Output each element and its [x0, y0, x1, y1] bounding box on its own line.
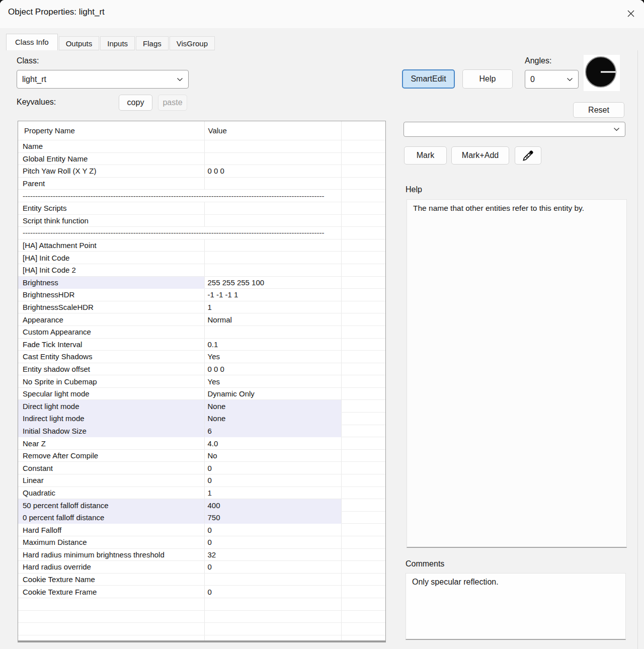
table-row[interactable]: Global Entity Name	[18, 152, 385, 165]
property-value[interactable]: 6	[204, 425, 341, 437]
table-row[interactable]	[18, 623, 385, 635]
table-row[interactable]: 50 percent falloff distance400	[18, 499, 385, 512]
property-name[interactable]: 50 percent falloff distance	[18, 499, 204, 512]
property-name[interactable]: Cookie Texture Name	[18, 573, 204, 586]
property-value[interactable]: 0	[204, 474, 341, 487]
property-name[interactable]: BrightnessScaleHDR	[18, 301, 204, 313]
tab-visgroup[interactable]: VisGroup	[170, 36, 215, 50]
table-row[interactable]: Cast Entity ShadowsYes	[18, 351, 385, 363]
mark-add-button[interactable]: Mark+Add	[451, 146, 509, 165]
property-name[interactable]: Initial Shadow Size	[18, 425, 204, 437]
property-value[interactable]	[204, 252, 341, 264]
property-name[interactable]: Direct light mode	[18, 400, 204, 413]
property-value[interactable]	[204, 239, 341, 252]
property-name[interactable]: Parent	[18, 177, 204, 190]
property-value[interactable]: 0	[204, 586, 341, 598]
tab-flags[interactable]: Flags	[136, 36, 169, 50]
property-value[interactable]: None	[204, 400, 341, 413]
property-value[interactable]: 0	[204, 462, 341, 474]
table-row[interactable]: Cookie Texture Name	[18, 573, 385, 586]
property-name[interactable]: Near Z	[18, 437, 204, 450]
property-value[interactable]: 0	[204, 561, 341, 574]
property-value[interactable]: 0 0 0	[204, 165, 341, 178]
property-value[interactable]: 32	[204, 548, 341, 561]
property-name[interactable]: Name	[18, 140, 204, 153]
property-name[interactable]: Indirect light mode	[18, 413, 204, 425]
table-row[interactable]: Hard radius minimum brightness threshold…	[18, 548, 385, 561]
table-row[interactable]: Hard Falloff0	[18, 524, 385, 536]
property-name[interactable]: [HA] Init Code 2	[18, 264, 204, 276]
eyedropper-button[interactable]	[515, 146, 541, 165]
property-value[interactable]: -1 -1 -1 1	[204, 289, 341, 301]
property-value[interactable]: None	[204, 413, 341, 425]
property-value[interactable]	[204, 214, 341, 227]
table-row[interactable]	[18, 635, 385, 642]
property-name[interactable]: Custom Appearance	[18, 326, 204, 338]
table-row[interactable]: Near Z4.0	[18, 437, 385, 450]
property-value[interactable]: Normal	[204, 313, 341, 326]
keyvalue-filter-combo[interactable]	[404, 122, 625, 137]
property-name[interactable]: Hard radius minimum brightness threshold	[18, 548, 204, 561]
property-name[interactable]: Hard Falloff	[18, 524, 204, 536]
property-value[interactable]	[204, 610, 341, 623]
table-row[interactable]: Remove After CompileNo	[18, 449, 385, 462]
class-combo[interactable]: light_rt	[17, 70, 189, 89]
property-name[interactable]: [HA] Init Code	[18, 252, 204, 264]
table-row[interactable]: Custom Appearance	[18, 326, 385, 338]
property-name[interactable]: Quadratic	[18, 486, 204, 499]
table-row[interactable]: Name	[18, 140, 385, 153]
mark-button[interactable]: Mark	[404, 146, 447, 165]
table-row[interactable]: ----------------------------------------…	[18, 227, 385, 239]
table-row[interactable]: Indirect light modeNone	[18, 413, 385, 425]
property-value[interactable]: Yes	[204, 351, 341, 363]
property-value[interactable]: 255 255 255 100	[204, 276, 341, 289]
property-name[interactable]: Entity shadow offset	[18, 363, 204, 375]
property-value[interactable]	[204, 264, 341, 276]
table-row[interactable]: Cookie Texture Frame0	[18, 586, 385, 598]
property-value[interactable]: 0	[204, 524, 341, 536]
table-row[interactable]: ----------------------------------------…	[18, 190, 385, 202]
property-value[interactable]: 4.0	[204, 437, 341, 450]
help-button[interactable]: Help	[462, 69, 513, 89]
table-row[interactable]: 0 percent falloff distance750	[18, 511, 385, 524]
table-row[interactable]: Hard radius override0	[18, 561, 385, 574]
table-row[interactable]: Entity Scripts	[18, 202, 385, 214]
property-name[interactable]: Global Entity Name	[18, 152, 204, 165]
table-row[interactable]: No Sprite in CubemapYes	[18, 375, 385, 388]
angle-dial[interactable]	[584, 55, 620, 91]
table-row[interactable]: Constant0	[18, 462, 385, 474]
table-row[interactable]: Fade Tick Interval0.1	[18, 338, 385, 351]
close-button[interactable]	[621, 4, 641, 23]
property-value[interactable]: 400	[204, 499, 341, 512]
comments-box[interactable]: Only specular reflection.	[406, 573, 626, 640]
column-header-value[interactable]: Value	[204, 121, 341, 140]
property-name[interactable]: Script think function	[18, 214, 204, 227]
property-value[interactable]: 0 0 0	[204, 363, 341, 375]
property-value[interactable]: 750	[204, 511, 341, 524]
property-value[interactable]: No	[204, 449, 341, 462]
property-value[interactable]	[204, 598, 341, 610]
table-row[interactable]	[18, 610, 385, 623]
property-value[interactable]	[204, 635, 341, 642]
table-row[interactable]: AppearanceNormal	[18, 313, 385, 326]
property-name[interactable]	[18, 623, 204, 635]
paste-button[interactable]: paste	[158, 95, 187, 111]
property-name[interactable]: Hard radius override	[18, 561, 204, 574]
angles-combo[interactable]: 0	[525, 70, 579, 89]
table-row[interactable]: [HA] Init Code 2	[18, 264, 385, 276]
tab-class-info[interactable]: Class Info	[6, 34, 58, 50]
copy-button[interactable]: copy	[119, 95, 152, 111]
table-row[interactable]: [HA] Attachment Point	[18, 239, 385, 252]
property-value[interactable]	[204, 152, 341, 165]
property-name[interactable]: 0 percent falloff distance	[18, 511, 204, 524]
table-row[interactable]: [HA] Init Code	[18, 252, 385, 264]
property-value[interactable]	[204, 573, 341, 586]
table-row[interactable]: Brightness255 255 255 100	[18, 276, 385, 289]
table-row[interactable]: Parent	[18, 177, 385, 190]
property-name[interactable]: Remove After Compile	[18, 449, 204, 462]
property-name[interactable]: No Sprite in Cubemap	[18, 375, 204, 388]
tab-inputs[interactable]: Inputs	[100, 36, 135, 50]
property-name[interactable]: Brightness	[18, 276, 204, 289]
property-value[interactable]	[204, 326, 341, 338]
property-value[interactable]: 1	[204, 301, 341, 313]
